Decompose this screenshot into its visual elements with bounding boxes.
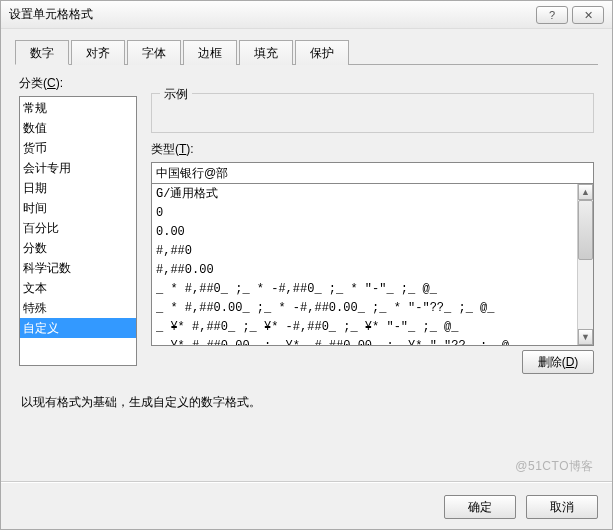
category-item[interactable]: 数值 [20,118,136,138]
format-scrollbar[interactable]: ▲ ▼ [577,184,593,345]
format-item[interactable]: _ * #,##0.00_ ;_ * -#,##0.00_ ;_ * "-"??… [152,299,577,318]
main-area: 分类(C): 常规 数值 货币 会计专用 日期 时间 百分比 分数 科学记数 文… [19,75,594,477]
cancel-button[interactable]: 取消 [526,495,598,519]
category-item[interactable]: 会计专用 [20,158,136,178]
format-cells-dialog: 设置单元格格式 ? ✕ 数字 对齐 字体 边框 填充 保护 分类(C): 常规 … [0,0,613,530]
help-button[interactable]: ? [536,6,568,24]
category-item[interactable]: 特殊 [20,298,136,318]
category-item[interactable]: 常规 [20,98,136,118]
format-item[interactable]: 0 [152,204,577,223]
tab-border[interactable]: 边框 [183,40,237,65]
scroll-track[interactable] [578,200,593,329]
format-item[interactable]: 0.00 [152,223,577,242]
format-item[interactable]: _ * #,##0_ ;_ * -#,##0_ ;_ * "-"_ ;_ @_ [152,280,577,299]
category-item[interactable]: 货币 [20,138,136,158]
category-item[interactable]: 时间 [20,198,136,218]
category-item[interactable]: 文本 [20,278,136,298]
tab-fill[interactable]: 填充 [239,40,293,65]
detail-column: 示例 类型(T): G/通用格式 0 0.00 #,##0 #,##0.00 _… [151,75,594,380]
tab-align[interactable]: 对齐 [71,40,125,65]
footer-buttons: 确定 取消 [444,495,598,519]
sample-fieldset: 示例 [151,93,594,133]
dialog-title: 设置单元格格式 [9,6,532,23]
tab-protect[interactable]: 保护 [295,40,349,65]
tabs: 数字 对齐 字体 边框 填充 保护 [15,39,598,65]
category-item[interactable]: 日期 [20,178,136,198]
format-items: G/通用格式 0 0.00 #,##0 #,##0.00 _ * #,##0_ … [152,184,577,345]
footer-separator [1,481,612,483]
format-item[interactable]: _ ¥* #,##0_ ;_ ¥* -#,##0_ ;_ ¥* "-"_ ;_ … [152,318,577,337]
sample-label: 示例 [160,86,192,103]
hint-text: 以现有格式为基础，生成自定义的数字格式。 [19,380,594,411]
category-listbox[interactable]: 常规 数值 货币 会计专用 日期 时间 百分比 分数 科学记数 文本 特殊 自定… [19,96,137,366]
titlebar: 设置单元格格式 ? ✕ [1,1,612,29]
tab-font[interactable]: 字体 [127,40,181,65]
ok-button[interactable]: 确定 [444,495,516,519]
category-label: 分类(C): [19,75,137,92]
format-item[interactable]: _ ¥* #,##0.00_ ;_ ¥* -#,##0.00_ ;_ ¥* "-… [152,337,577,345]
type-input[interactable] [151,162,594,184]
delete-button[interactable]: 删除(D) [522,350,594,374]
tab-number[interactable]: 数字 [15,40,69,65]
format-item[interactable]: #,##0 [152,242,577,261]
dialog-body: 数字 对齐 字体 边框 填充 保护 分类(C): 常规 数值 货币 会计专用 日… [1,29,612,477]
scroll-thumb[interactable] [578,200,593,260]
type-label: 类型(T): [151,141,594,158]
category-item[interactable]: 科学记数 [20,258,136,278]
format-item[interactable]: #,##0.00 [152,261,577,280]
category-item[interactable]: 百分比 [20,218,136,238]
format-item[interactable]: G/通用格式 [152,185,577,204]
category-item[interactable]: 分数 [20,238,136,258]
tab-number-content: 分类(C): 常规 数值 货币 会计专用 日期 时间 百分比 分数 科学记数 文… [15,65,598,477]
scroll-up-icon[interactable]: ▲ [578,184,593,200]
format-listbox[interactable]: G/通用格式 0 0.00 #,##0 #,##0.00 _ * #,##0_ … [151,184,594,346]
category-column: 分类(C): 常规 数值 货币 会计专用 日期 时间 百分比 分数 科学记数 文… [19,75,137,380]
delete-row: 删除(D) [151,346,594,380]
category-item-custom[interactable]: 自定义 [20,318,136,338]
close-button[interactable]: ✕ [572,6,604,24]
watermark-text: @51CTO博客 [515,458,594,475]
scroll-down-icon[interactable]: ▼ [578,329,593,345]
